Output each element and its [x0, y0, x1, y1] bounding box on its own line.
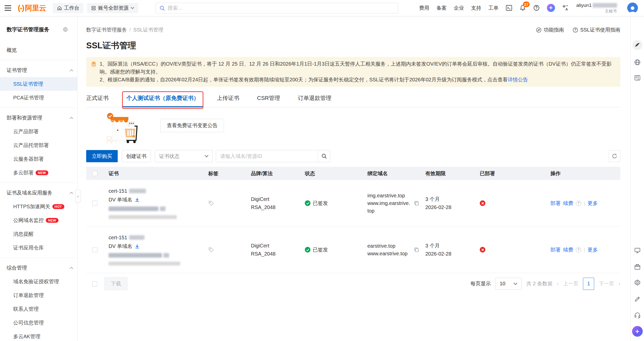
sidebar-item-overview[interactable]: 概览: [0, 43, 77, 57]
document-panel-icon[interactable]: [634, 75, 641, 81]
brand: DigiCert: [251, 242, 299, 250]
feature-guide-link[interactable]: 功能指南: [536, 26, 564, 33]
download-icon[interactable]: [135, 244, 140, 249]
sidebar-item-https-gateway[interactable]: HTTPS加速网关 HOT: [0, 200, 77, 213]
monitor-icon[interactable]: [634, 247, 641, 254]
free-cert-announcement-button[interactable]: 查看免费证书变更公告: [160, 119, 224, 132]
breadcrumb-root[interactable]: 数字证书管理服务: [86, 26, 127, 33]
renew-help-icon[interactable]: ?: [576, 201, 581, 206]
sidebar-item-hosted-deploy[interactable]: 云产品托管部署: [0, 138, 77, 152]
sidebar-item-order-refund[interactable]: 订单退款管理: [0, 288, 77, 302]
sidebar-item-pca-cert-management[interactable]: PCA证书管理: [0, 91, 77, 105]
prev-page-arrow[interactable]: ‹: [557, 281, 559, 287]
tag-cell[interactable]: [202, 200, 245, 206]
nav-enterprise[interactable]: 企业: [454, 5, 464, 11]
sidebar-item-domain-auth-management[interactable]: 域名免验证授权管理: [0, 275, 77, 288]
copy-icon[interactable]: [414, 247, 419, 253]
sidebar-item-company-info[interactable]: 公司信息管理: [0, 316, 77, 330]
tab-formal-certificates[interactable]: 正式证书: [86, 94, 109, 107]
download-icon[interactable]: [135, 197, 140, 202]
terminal-icon[interactable]: [506, 5, 512, 11]
next-page-arrow[interactable]: ›: [619, 281, 620, 287]
row-checkbox[interactable]: [92, 247, 97, 252]
divider: |: [584, 247, 585, 253]
buy-now-button[interactable]: 立即购买: [86, 150, 118, 162]
help-icon[interactable]: [533, 5, 540, 11]
banner-detail-link[interactable]: 详情公告: [508, 77, 528, 82]
user-block[interactable]: aliyun1 主账号: [576, 3, 617, 14]
renew-help-icon[interactable]: ?: [576, 247, 581, 253]
sidebar-item-ecs-deploy[interactable]: 云服务器部署: [0, 152, 77, 166]
sidebar-item-multicloud-deploy[interactable]: 多云部署 NEW: [0, 166, 77, 180]
chevron-down-icon: [131, 7, 134, 9]
globe-icon[interactable]: [634, 59, 641, 66]
domain-search-input[interactable]: [216, 150, 318, 162]
sidebar-item-ssl-cert-management[interactable]: SSL证书管理: [0, 77, 77, 91]
table-row: cert-151 DV 单域名: [86, 180, 620, 227]
tab-personal-test-certificates[interactable]: 个人测试证书（原免费证书）: [126, 94, 199, 107]
tab-upload-certificates[interactable]: 上传证书: [217, 94, 239, 107]
refresh-button[interactable]: [609, 150, 620, 162]
sidebar-settings-gear-icon[interactable]: [63, 27, 68, 32]
account-resources-selector[interactable]: 账号全部资源: [87, 3, 138, 13]
avatar[interactable]: [627, 3, 638, 13]
assistant-bird-icon[interactable]: [632, 40, 642, 50]
more-link[interactable]: 更多: [588, 200, 598, 207]
sidebar-item-notifications[interactable]: 消息提醒: [0, 227, 77, 241]
ai-assistant-plus-button[interactable]: +: [632, 326, 643, 337]
sidebar-collapse-handle[interactable]: ‹: [75, 190, 81, 202]
tab-csr-management[interactable]: CSR管理: [257, 94, 280, 107]
username-redacted: [593, 3, 617, 8]
validity-cell: 3 个月 2026-02-28: [419, 242, 474, 258]
prev-page-button[interactable]: 上一页: [563, 280, 578, 287]
feedback-pencil-icon[interactable]: [634, 296, 640, 302]
banner-line-2: 2、根据CA/B最新的通知，自2026年02月24日起，单张证书签发有效期将陆续…: [100, 77, 508, 82]
apps-plus-icon[interactable]: +: [547, 4, 555, 12]
sidebar-section-cert-management[interactable]: 证书管理: [0, 63, 77, 77]
footer-checkbox[interactable]: [92, 281, 97, 286]
next-page-button[interactable]: 下一页: [599, 280, 614, 287]
workbench-button[interactable]: 工作台: [53, 3, 83, 13]
redacted-text: [109, 262, 180, 265]
tag-cell[interactable]: [202, 247, 245, 253]
language-switch-icon[interactable]: 中A: [562, 5, 569, 11]
select-all-checkbox[interactable]: [92, 171, 97, 176]
nav-icp[interactable]: 备案: [437, 5, 447, 11]
nav-support[interactable]: 支持: [471, 5, 481, 11]
deploy-link[interactable]: 部署: [550, 200, 561, 207]
sidebar-item-multicloud-ak[interactable]: 多云AK管理: [0, 330, 77, 341]
aliyun-logo[interactable]: (-) 阿里云: [18, 3, 46, 13]
settings-gear-icon[interactable]: [634, 279, 641, 286]
global-search-input[interactable]: [168, 5, 394, 11]
renew-link[interactable]: 续费: [563, 246, 573, 253]
ssl-usage-guide-link[interactable]: SSL证书使用指南: [573, 26, 620, 33]
status-success-icon: [305, 247, 310, 253]
notification-bell-icon[interactable]: 27: [519, 5, 526, 11]
row-checkbox[interactable]: [92, 201, 97, 206]
hamburger-menu-icon[interactable]: [5, 5, 11, 11]
sidebar-item-cert-repository[interactable]: 证书应用仓库: [0, 241, 77, 255]
nav-tickets[interactable]: 工单: [488, 5, 499, 11]
page-size-select[interactable]: 10: [495, 278, 522, 290]
renew-link[interactable]: 续费: [563, 200, 573, 207]
download-button[interactable]: 下载: [104, 277, 127, 290]
nav-billing[interactable]: 费用: [419, 5, 429, 11]
sidebar-item-cloud-product-deploy[interactable]: 云产品部署: [0, 125, 77, 138]
sidebar-section-cert-domain-apps[interactable]: 证书及域名应用服务: [0, 186, 77, 200]
current-page-button[interactable]: 1: [583, 278, 594, 290]
deploy-link[interactable]: 部署: [550, 246, 561, 253]
support-headset-icon[interactable]: [634, 312, 641, 319]
sidebar-item-domain-monitor[interactable]: 公网域名监控 NEW: [0, 213, 77, 227]
more-link[interactable]: 更多: [588, 246, 598, 253]
sidebar-section-deployment[interactable]: 部署和资源管理: [0, 111, 77, 125]
sidebar-section-general-management[interactable]: 综合管理: [0, 261, 77, 275]
list-toolbar: 立即购买 创建证书 证书状态: [86, 150, 620, 162]
create-certificate-button[interactable]: 创建证书: [122, 150, 151, 162]
copy-icon[interactable]: [414, 201, 419, 206]
sidebar-item-contacts[interactable]: 联系人管理: [0, 302, 77, 316]
tab-order-refund-management[interactable]: 订单退款管理: [298, 94, 331, 107]
search-submit-button[interactable]: [318, 150, 330, 162]
package-icon[interactable]: [634, 264, 641, 270]
certificate-status-select[interactable]: 证书状态: [155, 150, 213, 162]
account-type-label: 主账号: [576, 9, 617, 13]
